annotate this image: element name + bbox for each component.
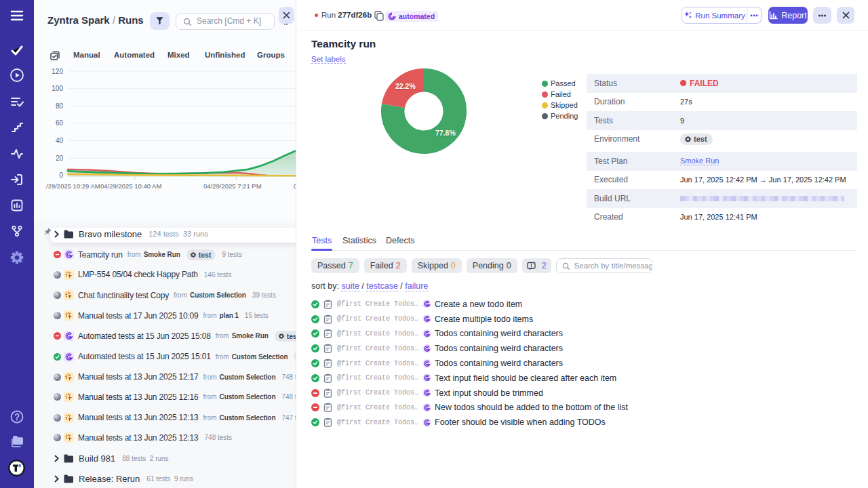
svg-text:04/29/2025 10:40 AM: 04/29/2025 10:40 AM	[100, 182, 161, 190]
svg-text:120: 120	[52, 68, 63, 75]
svg-text:80: 80	[56, 102, 64, 110]
svg-text:0: 0	[59, 171, 63, 179]
svg-text:20: 20	[56, 155, 64, 162]
svg-text:100: 100	[52, 85, 63, 92]
svg-text:04: 04	[294, 182, 296, 190]
svg-text:/29/2025 10:29 AM: /29/2025 10:29 AM	[46, 182, 100, 190]
svg-text:04/29/2025 7:21 PM: 04/29/2025 7:21 PM	[203, 182, 262, 190]
svg-text:40: 40	[56, 137, 64, 144]
svg-text:60: 60	[56, 119, 64, 127]
